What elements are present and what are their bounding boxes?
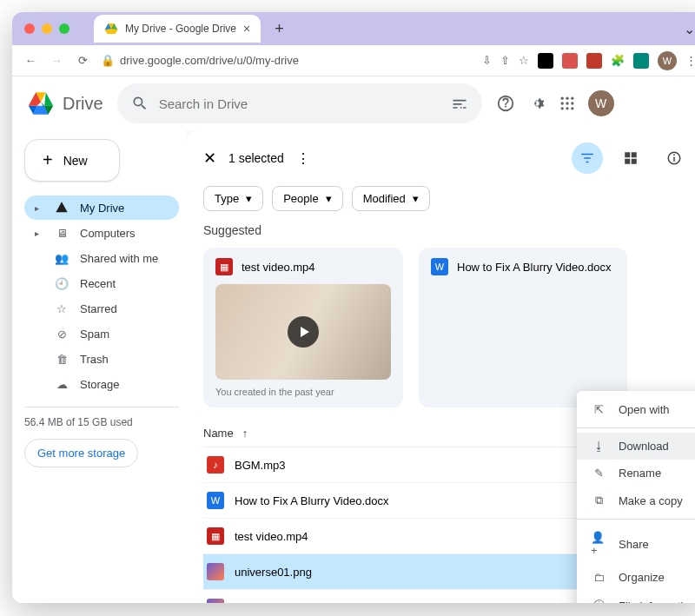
reload-button[interactable]: ⟳ xyxy=(75,54,90,67)
sidebar: + New ▸ My Drive ▸ 🖥 Computers 👥 Shared … xyxy=(12,130,186,603)
clock-icon: 🕘 xyxy=(54,277,70,290)
sort-asc-icon[interactable]: ↑ xyxy=(242,427,248,440)
svg-marker-5 xyxy=(44,92,53,106)
ctx-rename[interactable]: ✎ Rename xyxy=(577,460,695,487)
folder-icon: 🗀 xyxy=(591,571,606,584)
open-with-icon: ⇱ xyxy=(591,403,606,416)
browser-tab[interactable]: My Drive - Google Drive × xyxy=(94,15,261,43)
ctx-share[interactable]: 👤+ Share▸ xyxy=(577,524,695,564)
extension-icon[interactable] xyxy=(633,53,649,69)
install-icon[interactable]: ⇩ xyxy=(482,54,492,67)
forward-button[interactable]: → xyxy=(49,54,64,67)
window-controls xyxy=(24,23,70,34)
close-window-button[interactable] xyxy=(24,23,35,34)
share-page-icon[interactable]: ⇧ xyxy=(500,54,510,67)
copy-icon: ⧉ xyxy=(591,493,606,507)
svg-point-12 xyxy=(571,97,573,100)
svg-point-11 xyxy=(566,97,568,100)
chip-modified[interactable]: Modified▾ xyxy=(352,186,430,211)
help-icon[interactable] xyxy=(496,94,515,113)
extension-icon[interactable] xyxy=(562,53,578,69)
expand-icon[interactable]: ▸ xyxy=(35,203,43,213)
svg-point-14 xyxy=(566,102,568,104)
sidebar-item-my-drive[interactable]: ▸ My Drive xyxy=(24,195,179,220)
app-header: Drive W xyxy=(12,76,695,130)
minimize-window-button[interactable] xyxy=(42,23,52,34)
new-button[interactable]: + New xyxy=(24,139,120,182)
sidebar-item-starred[interactable]: ☆ Starred xyxy=(24,297,179,321)
ctx-open-with[interactable]: ⇱ Open with▸ xyxy=(577,396,695,423)
expand-icon[interactable]: ▸ xyxy=(35,229,43,238)
url-field[interactable]: 🔒 drive.google.com/drive/u/0/my-drive xyxy=(101,54,472,67)
svg-rect-22 xyxy=(632,159,637,164)
plus-icon: + xyxy=(43,150,53,170)
sidebar-item-trash[interactable]: 🗑 Trash xyxy=(24,348,179,371)
trash-icon: 🗑 xyxy=(54,353,70,366)
main-panel: ✕ 1 selected ⋮ Type▾ People▾ Modified▾ S… xyxy=(186,130,695,603)
chevron-down-icon: ▾ xyxy=(326,192,332,205)
extension-icon[interactable] xyxy=(538,53,553,69)
sidebar-item-computers[interactable]: ▸ 🖥 Computers xyxy=(24,222,179,245)
suggested-card[interactable]: ▦ test video.mp4 You created in the past… xyxy=(203,248,403,407)
svg-rect-19 xyxy=(625,152,630,157)
url-text: drive.google.com/drive/u/0/my-drive xyxy=(120,54,299,67)
extensions-menu-icon[interactable]: 🧩 xyxy=(611,54,625,67)
bookmark-icon[interactable]: ☆ xyxy=(519,54,529,67)
doc-icon: W xyxy=(207,492,224,509)
file-name: test video.mp4 xyxy=(235,530,308,543)
people-icon: 👥 xyxy=(54,252,70,265)
spam-icon: ⊘ xyxy=(54,328,70,341)
sidebar-item-label: Starred xyxy=(80,302,117,315)
ctx-copy[interactable]: ⧉ Make a copy ⌘C ⌘V xyxy=(577,487,695,514)
selection-count: 1 selected xyxy=(228,151,284,165)
image-icon xyxy=(207,599,224,603)
search-bar[interactable] xyxy=(117,83,482,123)
file-name: universe01.png xyxy=(235,566,312,579)
sidebar-item-label: Storage xyxy=(80,378,120,391)
svg-rect-25 xyxy=(673,155,675,156)
sidebar-item-spam[interactable]: ⊘ Spam xyxy=(24,322,179,346)
grid-view-button[interactable] xyxy=(615,142,646,174)
chevron-down-icon: ▾ xyxy=(246,192,252,205)
file-name: How to Fix A Blurry Video.docx xyxy=(235,494,389,507)
maximize-window-button[interactable] xyxy=(59,23,70,34)
sidebar-item-recent[interactable]: 🕘 Recent xyxy=(24,272,179,295)
search-options-icon[interactable] xyxy=(451,95,468,112)
filter-button[interactable] xyxy=(572,142,603,174)
column-name[interactable]: Name xyxy=(203,427,234,440)
get-more-storage-button[interactable]: Get more storage xyxy=(24,439,138,467)
sidebar-item-shared[interactable]: 👥 Shared with me xyxy=(24,247,179,270)
ctx-download[interactable]: ⭳ Download xyxy=(577,433,695,460)
ctx-organize[interactable]: 🗀 Organize▸ xyxy=(577,564,695,591)
search-input[interactable] xyxy=(159,96,440,111)
clear-selection-button[interactable]: ✕ xyxy=(203,149,216,168)
gear-icon[interactable] xyxy=(527,94,546,113)
details-button[interactable] xyxy=(659,142,690,174)
svg-rect-24 xyxy=(673,157,675,162)
browser-menu-icon[interactable]: ⋮ xyxy=(685,54,695,67)
profile-avatar[interactable]: W xyxy=(658,51,677,70)
share-icon: 👤+ xyxy=(591,531,606,557)
tab-close-icon[interactable]: × xyxy=(243,22,250,36)
sidebar-item-storage[interactable]: ☁ Storage xyxy=(24,373,179,396)
new-tab-button[interactable]: + xyxy=(275,20,284,38)
ctx-info[interactable]: ⓘ File information▸ xyxy=(577,591,695,603)
tabs-dropdown-icon[interactable]: ⌄ xyxy=(684,21,695,37)
lock-icon: 🔒 xyxy=(101,54,115,67)
back-button[interactable]: ← xyxy=(23,54,38,67)
filter-chips: Type▾ People▾ Modified▾ xyxy=(203,186,690,211)
star-icon: ☆ xyxy=(54,302,70,315)
apps-icon[interactable] xyxy=(559,95,576,112)
extension-icon[interactable] xyxy=(586,53,602,69)
suggested-heading: Suggested xyxy=(203,223,690,237)
drive-favicon-icon xyxy=(104,22,118,36)
browser-window: My Drive - Google Drive × + ⌄ ← → ⟳ 🔒 dr… xyxy=(12,12,695,603)
video-thumbnail[interactable] xyxy=(215,284,391,380)
play-icon xyxy=(288,316,319,348)
selection-more-icon[interactable]: ⋮ xyxy=(296,150,310,167)
drive-logo[interactable]: Drive xyxy=(26,89,103,118)
chip-people[interactable]: People▾ xyxy=(272,186,342,211)
account-avatar[interactable]: W xyxy=(588,90,614,116)
suggested-card[interactable]: W How to Fix A Blurry Video.docx xyxy=(419,248,627,407)
chip-type[interactable]: Type▾ xyxy=(203,186,263,211)
